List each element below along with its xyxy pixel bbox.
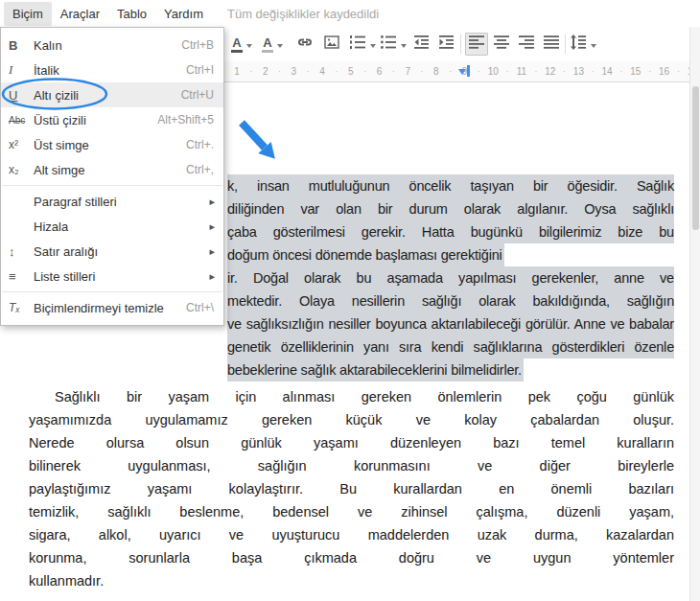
ruler-tick-dot: · bbox=[563, 61, 567, 81]
bulleted-list-icon bbox=[380, 34, 397, 55]
ruler-number: 7 bbox=[400, 61, 415, 81]
chevron-down-icon bbox=[370, 44, 376, 51]
image-icon bbox=[323, 34, 340, 55]
menu-label: Satır aralığı bbox=[34, 244, 209, 259]
ruler-tick-dot: · bbox=[477, 61, 480, 81]
text-line: diliğinden var olan bir durum olarak alg… bbox=[227, 197, 674, 220]
clear-formatting-icon: Tₓ bbox=[1, 301, 34, 314]
ruler-tick-dot: · bbox=[420, 61, 424, 81]
text-line: Sağlıklı bir yaşam için alınması gereken… bbox=[29, 385, 674, 408]
menu-label: Altı çizili bbox=[34, 88, 181, 103]
ruler-number: 8 bbox=[429, 61, 444, 81]
save-status: Tüm değişiklikler kaydedildi bbox=[227, 7, 379, 21]
submenu-arrow-icon: ▸ bbox=[209, 196, 223, 208]
menu-item-ustu-cizili[interactable]: Abc Üstü çizili Alt+Shift+5 bbox=[1, 107, 223, 132]
numbered-list-icon bbox=[349, 34, 366, 55]
menu-shortcut: Ctrl+\ bbox=[186, 301, 223, 314]
menu-label: Hizala bbox=[34, 220, 209, 234]
text-color-button[interactable]: A bbox=[230, 33, 253, 56]
menu-item-alt-simge[interactable]: x₂ Alt simge Ctrl+, bbox=[1, 157, 223, 182]
text-line: bebeklerine sağlık aktarabileceklerini b… bbox=[227, 358, 524, 381]
numbered-list-button[interactable] bbox=[349, 33, 376, 56]
link-icon bbox=[296, 34, 314, 55]
text-line: bilinerek uygulanması, sağlığın korunmas… bbox=[29, 454, 674, 477]
ruler-tick-dot: · bbox=[249, 61, 253, 81]
text-line: k, insan mutluluğunun öncelik taşıyan bi… bbox=[227, 174, 674, 197]
align-right-icon bbox=[518, 34, 535, 55]
text-line: ir. Doğal olarak bu aşamada yapılması ge… bbox=[227, 266, 674, 289]
menu-separator bbox=[2, 185, 222, 186]
align-left-icon bbox=[468, 34, 485, 55]
chevron-down-icon bbox=[246, 44, 252, 51]
ruler-tick-dot: · bbox=[363, 61, 367, 81]
ruler-tick-dot: · bbox=[449, 61, 453, 81]
ruler-tick-dot: · bbox=[648, 61, 652, 81]
indent-button[interactable] bbox=[435, 33, 458, 56]
menu-item-bicimlendirmeyi-temizle[interactable]: Tₓ Biçimlendirmeyi temizle Ctrl+\ bbox=[1, 295, 223, 320]
highlight-color-icon: A bbox=[262, 36, 272, 53]
menu-label: Biçimlendirmeyi temizle bbox=[34, 301, 186, 315]
text-line: genetik özelliklerinin yanı sıra kendi s… bbox=[227, 335, 674, 358]
submenu-arrow-icon: ▸ bbox=[209, 245, 223, 258]
menu-bar: Biçim Araçlar Tablo Yardım Tüm değişikli… bbox=[0, 0, 700, 27]
bulleted-list-button[interactable] bbox=[380, 33, 407, 56]
underline-icon: U bbox=[1, 88, 34, 103]
menu-item-liste-stilleri[interactable]: ≡ Liste stilleri ▸ bbox=[1, 264, 223, 289]
menu-item-italik[interactable]: I İtalik Ctrl+I bbox=[1, 58, 223, 82]
paragraph: Sağlıklı bir yaşam için alınması gereken… bbox=[29, 385, 674, 592]
align-right-button[interactable] bbox=[515, 33, 538, 56]
text-line: çaba gösterilmesi gerekir. Hatta bugünkü… bbox=[227, 220, 674, 243]
ruler-number: 1 bbox=[229, 61, 245, 81]
subscript-icon: x₂ bbox=[1, 163, 34, 176]
italic-icon: I bbox=[1, 62, 34, 78]
ruler-number: 4 bbox=[315, 61, 330, 81]
menu-item-ust-simge[interactable]: x² Üst simge Ctrl+. bbox=[1, 132, 223, 157]
vertical-scrollbar[interactable] bbox=[689, 27, 700, 601]
align-center-button[interactable] bbox=[490, 33, 513, 56]
insert-link-button[interactable] bbox=[293, 33, 316, 56]
indent-marker-bar[interactable] bbox=[467, 65, 470, 77]
menu-tablo[interactable]: Tablo bbox=[108, 2, 155, 26]
format-menu: B Kalın Ctrl+B I İtalik Ctrl+I U Altı çi… bbox=[0, 27, 224, 326]
ruler-number: 10 bbox=[485, 61, 501, 81]
line-spacing-button[interactable] bbox=[570, 33, 596, 56]
menu-item-paragraf-stilleri[interactable]: Paragraf stilleri ▸ bbox=[1, 189, 223, 214]
ruler-tick-dot: · bbox=[335, 61, 338, 81]
indent-icon bbox=[438, 34, 455, 55]
menu-shortcut: Ctrl+. bbox=[186, 138, 223, 151]
insert-image-button[interactable] bbox=[320, 33, 343, 56]
outdent-button[interactable] bbox=[410, 33, 433, 56]
menu-yardim[interactable]: Yardım bbox=[155, 2, 212, 26]
indent-marker-triangle[interactable] bbox=[458, 69, 466, 75]
menu-item-kalin[interactable]: B Kalın Ctrl+B bbox=[1, 33, 223, 58]
text-line: kullanmadır. bbox=[29, 569, 674, 592]
ruler-tick-dot: · bbox=[278, 61, 282, 81]
list-styles-icon: ≡ bbox=[1, 269, 34, 284]
menu-item-alti-cizili[interactable]: U Altı çizili Ctrl+U bbox=[1, 82, 223, 107]
menu-shortcut: Alt+Shift+5 bbox=[157, 113, 223, 127]
line-spacing-icon: ↕ bbox=[1, 244, 34, 259]
chevron-down-icon bbox=[591, 44, 596, 51]
align-left-button[interactable] bbox=[465, 33, 488, 56]
highlight-color-button[interactable]: A bbox=[261, 33, 284, 56]
ruler-number: 13 bbox=[571, 61, 586, 81]
outdent-icon bbox=[413, 34, 431, 55]
ruler-tick-dot: · bbox=[591, 61, 595, 81]
menu-shortcut: Ctrl+B bbox=[181, 38, 223, 52]
justify-icon bbox=[543, 34, 560, 55]
text-line: yaşamımızda uygulamamız gereken küçük ve… bbox=[29, 408, 674, 431]
menu-bicim[interactable]: Biçim bbox=[4, 2, 52, 26]
menu-label: Alt simge bbox=[34, 163, 186, 177]
submenu-arrow-icon: ▸ bbox=[209, 220, 223, 233]
menu-araclar[interactable]: Araçlar bbox=[52, 2, 108, 26]
menu-item-hizala[interactable]: Hizala ▸ bbox=[1, 214, 223, 239]
ruler-number: 5 bbox=[343, 61, 359, 81]
menu-item-satir-araligi[interactable]: ↕ Satır aralığı ▸ bbox=[1, 239, 223, 264]
toolbar-separator bbox=[460, 35, 461, 54]
text-line: temizlik, sağlıklı beslenme, bedensel ve… bbox=[29, 500, 674, 523]
text-line: mektedir. Olaya nesillerin sağlığı olara… bbox=[227, 289, 674, 312]
bold-icon: B bbox=[1, 38, 34, 53]
scrollbar-thumb[interactable] bbox=[692, 86, 699, 230]
menu-label: Üst simge bbox=[34, 138, 186, 152]
justify-button[interactable] bbox=[540, 33, 563, 56]
